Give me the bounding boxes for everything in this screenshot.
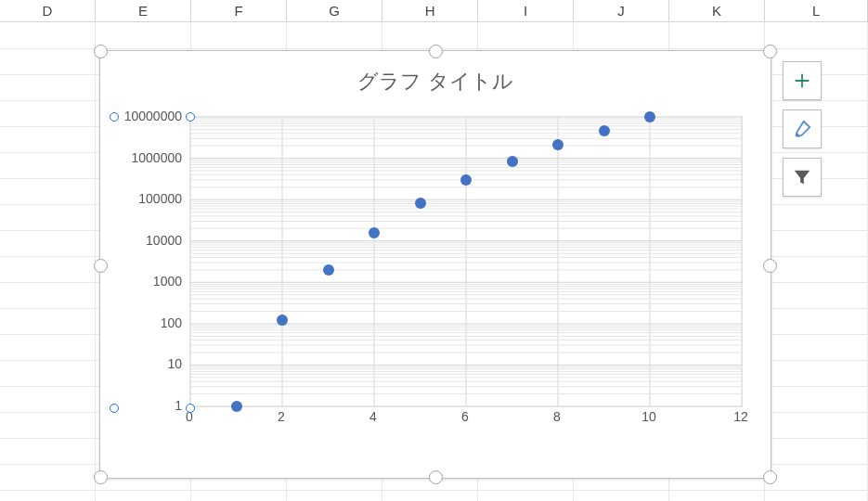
axis-sel-handle[interactable] [186,112,195,122]
y-tick-label: 10000000 [124,109,182,123]
resize-handle-se[interactable] [763,470,777,484]
resize-handle-w[interactable] [94,259,108,273]
resize-handle-e[interactable] [763,259,777,273]
x-tick-label: 4 [369,409,377,424]
x-tick-label: 12 [733,409,748,424]
resize-handle-nw[interactable] [94,45,108,58]
y-axis[interactable]: 110100100010000100000100000010000000 [100,116,186,405]
chart-elements-button[interactable] [783,61,822,100]
paintbrush-icon [792,119,812,139]
column-header-I[interactable]: I [478,0,574,22]
y-tick-label: 10000 [146,233,182,248]
data-point[interactable] [277,315,288,326]
column-header-J[interactable]: J [574,0,669,22]
axis-sel-handle[interactable] [110,404,119,413]
x-axis[interactable]: 024681012 [189,409,741,431]
y-tick-label: 10 [167,356,182,371]
resize-handle-s[interactable] [429,470,443,484]
resize-handle-n[interactable] [429,45,443,58]
x-tick-label: 2 [278,409,285,424]
data-point[interactable] [369,227,380,238]
plot-svg [190,117,742,406]
data-point[interactable] [507,156,518,167]
y-tick-label: 1000000 [131,150,182,165]
resize-handle-ne[interactable] [763,45,777,58]
data-point[interactable] [460,174,472,186]
column-header-E[interactable]: E [96,0,191,22]
y-tick-label: 100 [161,315,182,330]
plot-area[interactable] [189,116,743,407]
data-point[interactable] [599,125,610,136]
y-tick-label: 1 [175,398,182,413]
chart-filters-button[interactable] [783,158,822,197]
resize-handle-sw[interactable] [94,470,108,484]
column-header-L[interactable]: L [765,0,868,22]
embedded-chart[interactable]: グラフ タイトル 1101001000100001000001000000100… [99,50,771,479]
x-tick-label: 8 [553,409,561,424]
column-header-F[interactable]: F [191,0,287,22]
plus-icon [792,71,812,91]
y-tick-label: 100000 [138,191,182,206]
axis-sel-handle[interactable] [110,112,119,122]
funnel-icon [792,167,812,187]
column-header-D[interactable]: D [0,0,96,22]
x-tick-label: 10 [641,409,656,424]
column-header-K[interactable]: K [669,0,765,22]
x-tick-label: 6 [461,409,469,424]
column-header-G[interactable]: G [287,0,382,22]
chart-styles-button[interactable] [783,109,822,148]
chart-title[interactable]: グラフ タイトル [100,68,771,96]
data-point[interactable] [644,111,655,122]
column-headers: DEFGHIJKL [0,0,868,22]
data-point[interactable] [323,264,334,276]
data-point[interactable] [415,198,426,209]
column-header-H[interactable]: H [382,0,478,22]
data-point[interactable] [552,139,564,150]
axis-sel-handle[interactable] [186,404,195,413]
y-tick-label: 1000 [153,274,182,289]
